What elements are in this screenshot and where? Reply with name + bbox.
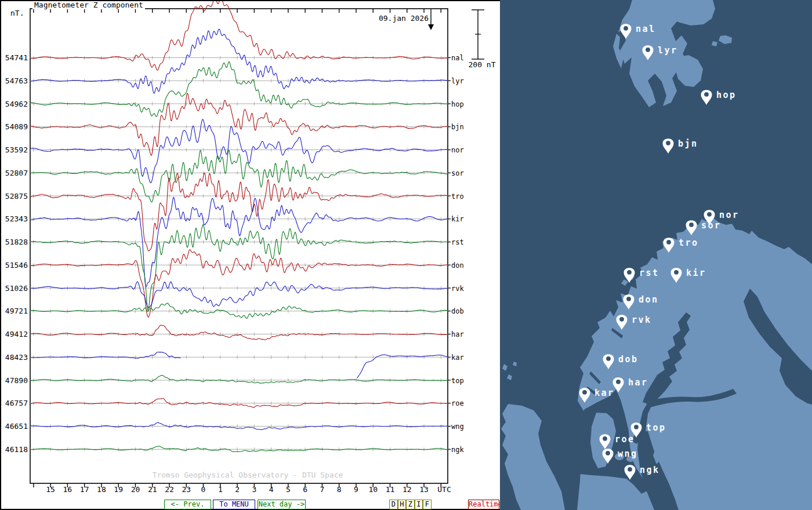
x-axis-hour-label: 9 (354, 485, 358, 494)
trace-top (31, 376, 448, 384)
to-menu-button[interactable]: To MENU (213, 500, 255, 509)
pin-hole (704, 92, 709, 97)
station-label: don (451, 261, 464, 269)
y-axis-value-label: 49721 (5, 307, 28, 315)
map-pin-label: roe (615, 434, 635, 445)
page-title: Magnetometer Z component (32, 1, 145, 9)
x-axis-hour-label: 10 (368, 485, 378, 494)
y-axis-value-label: 48423 (5, 353, 28, 362)
y-axis-value-label: 54089 (5, 122, 28, 131)
y-axis-value-label: 51546 (5, 261, 28, 269)
station-label: har (451, 330, 464, 338)
map-pin-label: nal (636, 24, 656, 34)
trace-sor (31, 150, 448, 202)
magnetogram-chart: 151617181920212223012345678910111213UTC5… (1, 1, 500, 498)
pin-hole (628, 467, 632, 472)
map-pin-label: nor (719, 210, 740, 220)
realtime-button[interactable]: Realtime (468, 500, 499, 509)
magnetogram-panel: 151617181920212223012345678910111213UTC5… (0, 0, 500, 510)
station-label: ngk (451, 446, 464, 454)
prev-day-button[interactable]: <- Prev. day (164, 500, 211, 509)
pin-hole (624, 26, 628, 31)
x-axis-hour-label: 13 (419, 485, 429, 494)
component-selector: DHZIF (389, 500, 432, 509)
component-button-d[interactable]: D (389, 500, 398, 509)
x-axis-hour-label: 15 (46, 485, 55, 494)
x-axis-hour-label: 21 (148, 485, 157, 494)
map-pin-label: bjn (678, 139, 698, 149)
pin-hole (689, 223, 694, 227)
component-button-i[interactable]: I (415, 500, 423, 509)
toolbar: <- Prev. day To MENU Next day -> DHZIF R… (1, 500, 501, 510)
y-axis-value-label: 52343 (5, 214, 28, 223)
map-pin-label: lyr (658, 45, 678, 56)
trace-rst (31, 224, 448, 310)
trace-kar (31, 352, 448, 378)
y-axis-value-label: 47890 (5, 376, 28, 385)
trace-ngk (31, 446, 448, 452)
y-axis-value-label: 51828 (5, 238, 28, 246)
map-pin-label: ngk (640, 465, 660, 475)
station-label: rvk (451, 285, 464, 293)
scale-bar-label: 200 nT (464, 61, 500, 69)
station-label: nal (451, 54, 464, 62)
y-axis-value-label: 53592 (5, 145, 28, 154)
pin-hole (627, 270, 632, 275)
y-axis-value-label: 52875 (5, 192, 28, 201)
x-axis-hour-label: 8 (337, 485, 342, 494)
date-arrow-head (428, 24, 434, 30)
map-pin-label: kir (686, 268, 706, 278)
plot-frame (30, 9, 448, 483)
component-button-z[interactable]: Z (406, 500, 415, 509)
map-pin-label: don (639, 294, 659, 305)
x-axis-hour-label: 1 (218, 485, 223, 494)
y-axis-value-label: 54962 (5, 100, 28, 108)
station-label: wng (451, 422, 464, 431)
pin-hole (619, 317, 624, 322)
station-label: kir (451, 215, 464, 223)
y-axis-value-label: 54763 (5, 76, 28, 85)
pin-hole (666, 141, 670, 145)
y-axis-unit-label: nT. (10, 9, 24, 17)
pin-hole (626, 297, 631, 301)
y-axis-value-label: 46118 (5, 445, 28, 454)
pin-hole (666, 240, 671, 245)
date-label: 09.jan 2026 (361, 14, 429, 23)
component-button-f[interactable]: F (423, 500, 432, 509)
pin-hole (603, 436, 607, 441)
station-map-panel: nallyrhopbjnnorsortrorstkirdonrvkdobhark… (500, 0, 812, 510)
component-button-h[interactable]: H (398, 500, 407, 509)
x-axis-hour-label: 0 (201, 485, 206, 494)
pin-hole (606, 356, 611, 361)
y-axis-value-label: 52807 (5, 169, 28, 177)
x-axis-hour-label: 12 (403, 485, 412, 494)
pin-hole (646, 48, 650, 52)
station-map: nallyrhopbjnnorsortrorstkirdonrvkdobhark… (500, 0, 812, 510)
map-pin-label: rvk (632, 315, 652, 325)
x-axis-hour-label: 18 (97, 485, 106, 494)
station-label: dob (451, 307, 464, 315)
x-axis-hour-label: 11 (386, 485, 395, 494)
trace-bjn (31, 93, 448, 155)
station-label: roe (451, 399, 464, 407)
x-axis-hour-label: 4 (269, 485, 274, 494)
station-label: rst (451, 238, 464, 246)
x-axis-hour-label: 2 (235, 485, 240, 494)
map-pin-label: wng (618, 449, 638, 459)
trace-don (31, 250, 448, 317)
trace-tro (31, 173, 448, 251)
trace-har (31, 325, 448, 340)
station-label: sor (451, 169, 464, 177)
y-axis-value-label: 54741 (5, 53, 28, 62)
map-pin-label: top (646, 422, 666, 433)
x-axis-hour-label: 22 (165, 485, 174, 494)
map-pin-label: kar (594, 388, 615, 398)
trace-nal (31, 1, 448, 70)
pin-hole (674, 270, 679, 275)
next-day-button[interactable]: Next day -> (258, 500, 306, 509)
station-label: lyr (451, 77, 464, 85)
station-label: top (451, 377, 464, 385)
station-label: hop (451, 100, 464, 108)
map-pin-label: hop (716, 90, 737, 100)
map-pin-label: sor (701, 220, 722, 231)
